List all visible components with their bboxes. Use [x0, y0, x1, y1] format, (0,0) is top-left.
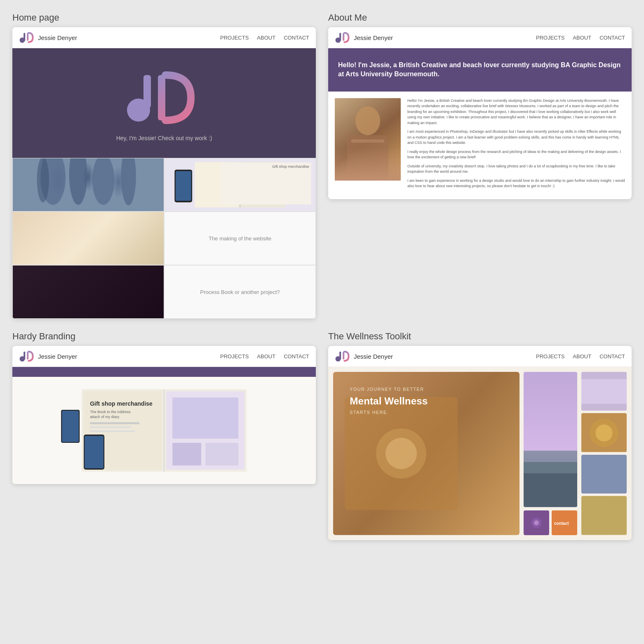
- about-content: Hello! I'm Jessie, a British Creative an…: [328, 92, 632, 199]
- wellness-browser: Jessie Denyer PROJECTS ABOUT CONTACT: [328, 346, 632, 540]
- about-browser-logo: Jessie Denyer: [335, 31, 393, 44]
- wellness-right-4: [581, 496, 627, 535]
- jd-logo-icon: [19, 31, 35, 44]
- hero-tagline: Hey, I'm Jessie! Check out my work :): [116, 135, 212, 141]
- hardy-browser-nav: PROJECTS ABOUT CONTACT: [220, 353, 309, 360]
- wellness-jd-logo-icon: [335, 350, 351, 362]
- wellness-card-orange: contact: [552, 510, 577, 535]
- svg-rect-59: [205, 443, 238, 465]
- about-nav-contact[interactable]: CONTACT: [599, 35, 625, 41]
- svg-rect-13: [195, 162, 240, 207]
- svg-point-76: [534, 520, 539, 525]
- svg-rect-6: [13, 158, 164, 211]
- hardy-label: Hardy Branding: [12, 331, 316, 342]
- svg-point-83: [595, 425, 612, 442]
- wellness-right-3: [581, 455, 627, 494]
- svg-rect-80: [581, 379, 627, 404]
- browser-bar: Jessie Denyer PROJECTS ABOUT CONTACT: [12, 27, 316, 48]
- hardy-nav-contact[interactable]: CONTACT: [284, 353, 309, 360]
- svg-rect-55: [85, 436, 103, 468]
- homepage-section: Home page: [12, 12, 316, 319]
- about-browser-bar: Jessie Denyer PROJECTS ABOUT CONTACT: [328, 27, 632, 48]
- svg-rect-14: [240, 162, 285, 207]
- svg-rect-17: [245, 175, 275, 177]
- hero-section: Hey, I'm Jessie! Check out my work :): [12, 48, 316, 158]
- hero-jd-logo-icon: [123, 69, 205, 127]
- svg-rect-19: [245, 182, 273, 184]
- about-hero-text: Hello! I'm Jessie, a British Creative an…: [338, 61, 622, 79]
- wellness-right-col: [581, 372, 627, 535]
- svg-point-11: [37, 158, 49, 202]
- hardy-browser: Jessie Denyer PROJECTS ABOUT CONTACT Gif…: [12, 346, 316, 484]
- hardy-browser-site-name: Jessie Denyer: [38, 353, 77, 360]
- wellness-section: The Wellness Toolkit: [328, 331, 632, 540]
- svg-point-7: [40, 158, 66, 205]
- svg-rect-29: [13, 266, 88, 318]
- wellness-nav-projects[interactable]: PROJECTS: [536, 353, 564, 360]
- svg-rect-44: [27, 352, 28, 360]
- svg-text:contact: contact: [554, 521, 569, 526]
- about-nav-about[interactable]: ABOUT: [573, 35, 591, 41]
- svg-point-10: [121, 158, 136, 205]
- project-cyanotype[interactable]: [12, 158, 164, 212]
- project-hardy-thumb[interactable]: [12, 212, 164, 265]
- svg-text:The Book to the Address: The Book to the Address: [90, 410, 131, 414]
- website-placeholder-text: The making of the website: [165, 212, 315, 265]
- about-photo: [335, 98, 401, 181]
- svg-text:Mental Wellness: Mental Wellness: [350, 395, 428, 407]
- svg-rect-84: [581, 455, 627, 494]
- svg-rect-22: [13, 212, 164, 265]
- nav-projects[interactable]: PROJECTS: [220, 35, 249, 41]
- nav-contact[interactable]: CONTACT: [284, 35, 309, 41]
- hardy-nav-about[interactable]: ABOUT: [257, 353, 275, 360]
- about-browser-nav: PROJECTS ABOUT CONTACT: [536, 35, 625, 41]
- svg-rect-57: [172, 397, 238, 439]
- project-process[interactable]: D E L leaves: [12, 265, 164, 319]
- project-website[interactable]: The making of the website: [164, 212, 316, 265]
- homepage-browser: Jessie Denyer PROJECTS ABOUT CONTACT: [12, 27, 316, 319]
- wellness-browser-logo: Jessie Denyer: [335, 350, 393, 362]
- svg-text:L: L: [58, 276, 69, 296]
- wellness-main-box: YOUR JOURNEY TO BETTER Mental Wellness S…: [333, 372, 519, 535]
- svg-rect-1: [24, 33, 25, 41]
- hardy-nav-projects[interactable]: PROJECTS: [220, 353, 249, 360]
- wellness-nav-contact[interactable]: CONTACT: [599, 353, 625, 360]
- about-body-5: I am keen to gain experience in working …: [407, 178, 625, 189]
- svg-rect-36: [339, 33, 341, 41]
- wellness-middle-col: contact: [524, 372, 577, 535]
- svg-rect-41: [351, 139, 384, 143]
- svg-rect-4: [143, 75, 151, 108]
- svg-rect-61: [62, 411, 79, 442]
- svg-text:D: D: [28, 269, 42, 291]
- wellness-right-1: [581, 372, 627, 411]
- about-hero: Hello! I'm Jessie, a British Creative an…: [328, 48, 632, 92]
- hardy-browser-bar: Jessie Denyer PROJECTS ABOUT CONTACT: [12, 346, 316, 367]
- svg-rect-63: [339, 352, 341, 360]
- nav-about[interactable]: ABOUT: [257, 35, 275, 41]
- svg-rect-26: [103, 218, 129, 259]
- svg-text:Gift shop merchandise: Gift shop merchandise: [90, 400, 153, 407]
- project-giftshop[interactable]: Gift shop merchandise: [164, 158, 316, 212]
- svg-point-68: [385, 438, 417, 469]
- wellness-right-2: [581, 413, 627, 452]
- wellness-nav-about[interactable]: ABOUT: [573, 353, 591, 360]
- browser-nav: PROJECTS ABOUT CONTACT: [220, 35, 309, 41]
- hardy-mockup-svg: Gift shop merchandise The Book to the Ad…: [32, 385, 296, 476]
- about-nav-projects[interactable]: PROJECTS: [536, 35, 564, 41]
- svg-rect-23: [18, 216, 48, 261]
- svg-rect-21: [176, 171, 191, 201]
- svg-point-9: [92, 158, 115, 205]
- wellness-content: YOUR JOURNEY TO BETTER Mental Wellness S…: [328, 367, 632, 540]
- svg-rect-43: [24, 352, 25, 360]
- svg-rect-33: [18, 305, 78, 319]
- svg-rect-24: [53, 221, 99, 256]
- svg-text:leaves: leaves: [20, 310, 35, 316]
- svg-rect-37: [343, 33, 344, 41]
- svg-rect-5: [158, 75, 165, 120]
- svg-text:E: E: [43, 286, 53, 303]
- about-body-3: I really enjoy the whole design process …: [407, 149, 625, 160]
- wellness-card-purple: [524, 510, 549, 535]
- homepage-label: Home page: [12, 12, 316, 23]
- svg-point-39: [355, 106, 380, 135]
- project-processbook[interactable]: Process Book or another project?: [164, 265, 316, 319]
